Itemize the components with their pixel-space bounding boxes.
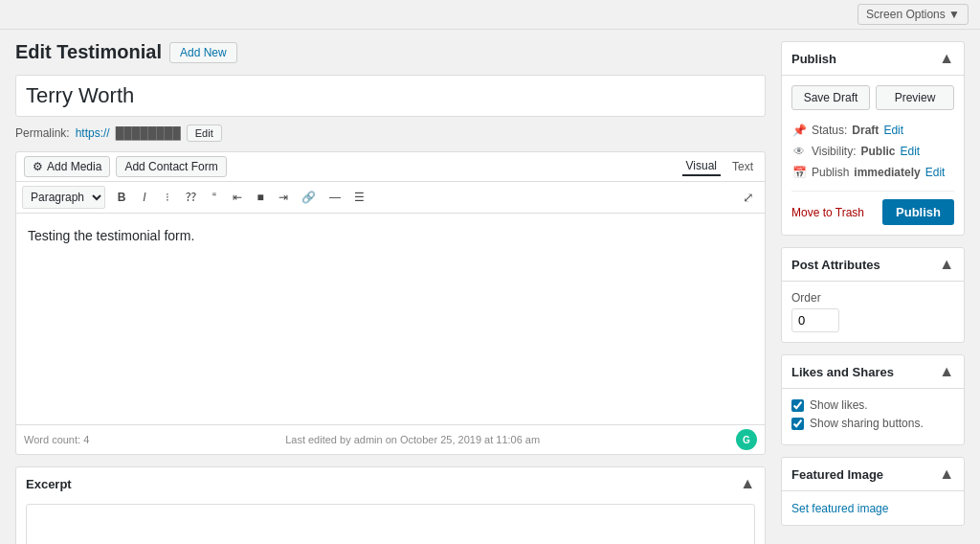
add-media-icon: ⚙: [33, 160, 43, 173]
main-wrapper: Edit Testimonial Add New Permalink: http…: [0, 30, 980, 544]
likes-shares-collapse-icon[interactable]: ▲: [939, 363, 954, 380]
last-edited-text: Last edited by admin on October 25, 2019…: [285, 434, 540, 445]
word-count: Word count: 4: [24, 434, 89, 445]
editor-content-text: Testing the testimonial form.: [28, 225, 753, 246]
featured-image-body: Set featured image: [782, 491, 964, 525]
post-attributes-title: Post Attributes: [791, 258, 880, 272]
publish-collapse-icon[interactable]: ▲: [939, 50, 954, 67]
likes-shares-header: Likes and Shares ▲: [782, 355, 964, 389]
move-to-trash-link[interactable]: Move to Trash: [791, 206, 864, 219]
order-label: Order: [791, 291, 954, 305]
add-media-label: Add Media: [47, 160, 101, 173]
editor-content-area[interactable]: Testing the testimonial form.: [16, 214, 765, 424]
publish-time-row: 📅 Publish immediately Edit: [791, 162, 954, 183]
word-count-value: 4: [83, 434, 89, 445]
excerpt-header: Excerpt ▲: [16, 467, 765, 500]
editor-toolbar-top: ⚙ Add Media Add Contact Form Visual Text: [16, 152, 765, 182]
post-attributes-collapse-icon[interactable]: ▲: [939, 256, 954, 273]
publish-button[interactable]: Publish: [882, 199, 954, 225]
visibility-icon: 👁: [791, 144, 807, 159]
publish-footer: Move to Trash Publish: [791, 191, 954, 225]
calendar-icon: 📅: [791, 165, 807, 180]
order-input[interactable]: [791, 308, 839, 332]
show-sharing-label: Show sharing buttons.: [810, 417, 924, 430]
editor-panel: ⚙ Add Media Add Contact Form Visual Text…: [15, 151, 766, 455]
screen-options-button[interactable]: Screen Options ▼: [858, 4, 969, 25]
visibility-edit-link[interactable]: Edit: [900, 145, 920, 158]
permalink-row: Permalink: https:// ████████ Edit: [15, 125, 766, 142]
publish-time-value: immediately: [854, 166, 920, 179]
set-featured-image-link[interactable]: Set featured image: [791, 502, 888, 515]
permalink-label: Permalink:: [15, 126, 70, 140]
post-attributes-panel: Post Attributes ▲ Order: [781, 247, 965, 343]
toolbar-toggle-button[interactable]: ☰: [348, 186, 370, 209]
editor-view-toggle: Visual Text: [682, 157, 757, 176]
publish-time-edit-link[interactable]: Edit: [925, 166, 946, 179]
editor-footer: Word count: 4 Last edited by admin on Oc…: [16, 424, 765, 454]
expand-editor-button[interactable]: ⤢: [738, 188, 759, 207]
post-title-input[interactable]: [15, 75, 766, 117]
status-edit-link[interactable]: Edit: [883, 124, 903, 137]
show-sharing-checkbox[interactable]: [791, 418, 804, 430]
text-tab[interactable]: Text: [728, 157, 757, 176]
paragraph-format-select[interactable]: Paragraph: [22, 186, 105, 209]
featured-image-panel: Featured Image ▲ Set featured image: [781, 457, 965, 526]
page-title: Edit Testimonial: [15, 41, 162, 63]
excerpt-collapse-icon[interactable]: ▲: [740, 475, 755, 492]
show-likes-label: Show likes.: [810, 398, 868, 412]
excerpt-section: Excerpt ▲ Excerpts are optional hand-cra…: [15, 466, 766, 544]
ordered-list-button[interactable]: ⁇: [180, 186, 202, 209]
permalink-link[interactable]: https://: [76, 126, 110, 140]
editor-format-bar: Paragraph B I ⁝ ⁇ “ ⇤ ■ ⇥ 🔗 ― ☰ ⤢: [16, 182, 765, 214]
publish-panel-title: Publish: [791, 52, 836, 66]
visibility-label: Visibility:: [812, 145, 856, 158]
publish-actions-row: Save Draft Preview: [791, 85, 954, 110]
bold-button[interactable]: B: [111, 186, 132, 209]
toolbar-left: ⚙ Add Media Add Contact Form: [24, 156, 227, 177]
preview-button[interactable]: Preview: [876, 85, 954, 110]
post-attributes-body: Order: [782, 282, 964, 342]
screen-options-bar: Screen Options ▼: [0, 0, 980, 30]
featured-image-title: Featured Image: [791, 467, 883, 482]
page-title-bar: Edit Testimonial Add New: [15, 41, 766, 63]
excerpt-title: Excerpt: [26, 477, 72, 491]
publish-panel-header: Publish ▲: [782, 42, 964, 76]
featured-image-collapse-icon[interactable]: ▲: [939, 465, 954, 483]
post-attributes-header: Post Attributes ▲: [782, 248, 964, 282]
left-column: Edit Testimonial Add New Permalink: http…: [15, 41, 766, 544]
align-right-button[interactable]: ⇥: [273, 186, 294, 209]
right-column: Publish ▲ Save Draft Preview 📌 Status: D…: [781, 41, 965, 544]
status-label: Status:: [812, 124, 847, 137]
add-new-button[interactable]: Add New: [169, 42, 237, 63]
permalink-slug: ████████: [116, 126, 181, 140]
publish-panel-body: Save Draft Preview 📌 Status: Draft Edit …: [782, 76, 964, 235]
publish-time-label: Publish: [812, 166, 849, 179]
publish-meta: 📌 Status: Draft Edit 👁 Visibility: Publi…: [791, 120, 954, 183]
add-contact-form-button[interactable]: Add Contact Form: [116, 156, 226, 177]
show-likes-row: Show likes.: [791, 398, 954, 412]
visibility-row: 👁 Visibility: Public Edit: [791, 141, 954, 162]
grammarly-icon: G: [736, 429, 757, 450]
align-center-button[interactable]: ■: [250, 186, 271, 209]
word-count-label: Word count:: [24, 434, 80, 445]
align-left-button[interactable]: ⇤: [227, 186, 248, 209]
unordered-list-button[interactable]: ⁝: [157, 186, 178, 209]
status-row: 📌 Status: Draft Edit: [791, 120, 954, 141]
link-button[interactable]: 🔗: [296, 186, 322, 209]
italic-button[interactable]: I: [134, 186, 155, 209]
excerpt-textarea[interactable]: [26, 504, 755, 544]
permalink-edit-button[interactable]: Edit: [187, 125, 222, 142]
likes-shares-body: Show likes. Show sharing buttons.: [782, 389, 964, 444]
visibility-value: Public: [860, 145, 895, 158]
likes-shares-title: Likes and Shares: [791, 365, 894, 379]
show-likes-checkbox[interactable]: [791, 399, 804, 412]
featured-image-header: Featured Image ▲: [782, 458, 964, 491]
publish-panel: Publish ▲ Save Draft Preview 📌 Status: D…: [781, 41, 965, 236]
more-button[interactable]: ―: [323, 186, 346, 209]
blockquote-button[interactable]: “: [204, 186, 225, 209]
save-draft-button[interactable]: Save Draft: [791, 85, 870, 110]
add-media-button[interactable]: ⚙ Add Media: [24, 156, 110, 177]
show-sharing-row: Show sharing buttons.: [791, 417, 954, 430]
status-icon: 📌: [791, 123, 807, 138]
visual-tab[interactable]: Visual: [682, 157, 721, 176]
